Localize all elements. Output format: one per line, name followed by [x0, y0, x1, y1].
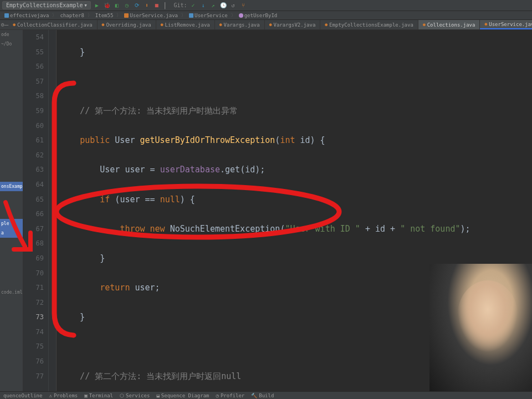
code-line: throw new NoSuchElementException("User w…: [60, 222, 532, 237]
profile-icon[interactable]: ◷: [123, 2, 131, 9]
git-commit-icon[interactable]: ✓: [190, 2, 197, 9]
git-branch-icon[interactable]: ⑂: [239, 2, 247, 9]
crumb-item[interactable]: Item55: [93, 13, 116, 18]
line-gutter[interactable]: 5455565758596061626364656667686970717273…: [23, 30, 49, 391]
code-line: if (user == null) {: [60, 192, 532, 207]
crumb-chapter[interactable]: chapter8: [58, 13, 86, 18]
tab-emptycollections[interactable]: ●EmptyCollectionsExample.java: [320, 20, 418, 29]
side-iml: code.iml: [0, 288, 23, 297]
crumb-class[interactable]: UserService: [187, 13, 230, 18]
crumb-file[interactable]: UserService.java: [122, 13, 180, 18]
main-toolbar: EmptyCollectionsExample▼ ▶ 🐞 ◧ ◷ ⟳ ⬇ ■ |…: [0, 0, 532, 11]
tab-collectionclassifier[interactable]: ●CollectionClassifier.java: [8, 20, 97, 29]
coverage-icon[interactable]: ◧: [113, 2, 121, 9]
play-icon[interactable]: ⟳: [133, 2, 141, 9]
code-line: User user = userDatabase.get(id);: [60, 162, 532, 177]
editor-tabs: ⚙ — ●CollectionClassifier.java ●Overridi…: [0, 20, 532, 30]
tab-varargs[interactable]: ●Varargs.java: [215, 20, 265, 29]
side-a[interactable]: a: [0, 228, 23, 238]
side-path: ~/Do: [0, 39, 23, 49]
tab-collections[interactable]: ●Collections.java: [418, 20, 480, 29]
side-examp[interactable]: onsExamp: [0, 182, 23, 191]
breadcrumb-bar: effectivejava〉 chapter8〉 Item55〉 UserSer…: [0, 11, 532, 20]
side-node: ode: [0, 30, 23, 39]
debug-icon[interactable]: 🐞: [103, 2, 111, 9]
code-line: }: [60, 45, 532, 60]
tab-userservice[interactable]: ●UserService.java: [480, 20, 532, 29]
webcam-overlay: [429, 264, 532, 391]
git-update-icon[interactable]: ↓: [200, 2, 207, 9]
run-icon[interactable]: ▶: [93, 2, 101, 9]
tab-overriding[interactable]: ●Overriding.java: [98, 20, 156, 29]
side-ple[interactable]: ple: [0, 219, 23, 228]
crumb-method[interactable]: getUserById: [237, 13, 280, 18]
git-rollback-icon[interactable]: ↺: [229, 2, 237, 9]
run-config-dropdown[interactable]: EmptyCollectionsExample▼: [2, 1, 91, 9]
code-line: [60, 74, 532, 89]
code-line: // 第一个方法: 当未找到用户时抛出异常: [60, 104, 532, 119]
collapse-icon[interactable]: —: [4, 20, 8, 29]
separator: |: [163, 1, 167, 9]
git-history-icon[interactable]: 🕓: [219, 2, 227, 9]
crumb-project[interactable]: effectivejava: [2, 13, 51, 18]
git-label: Git:: [174, 2, 187, 8]
project-side-panel[interactable]: ode ~/Do onsExamp ple a code.iml: [0, 30, 23, 391]
tool-seqoutline[interactable]: quenceOutline: [3, 393, 42, 398]
git-push-icon[interactable]: ↗: [209, 2, 217, 9]
attach-icon[interactable]: ⬇: [143, 2, 151, 9]
stop-icon[interactable]: ■: [153, 2, 161, 9]
tab-varargsv2[interactable]: ●VarargsV2.java: [265, 20, 321, 29]
tab-listremove[interactable]: ●ListRemove.java: [156, 20, 215, 29]
fold-gutter[interactable]: [49, 30, 57, 391]
code-line: public User getUserByIdOrThrowException(…: [60, 133, 532, 148]
